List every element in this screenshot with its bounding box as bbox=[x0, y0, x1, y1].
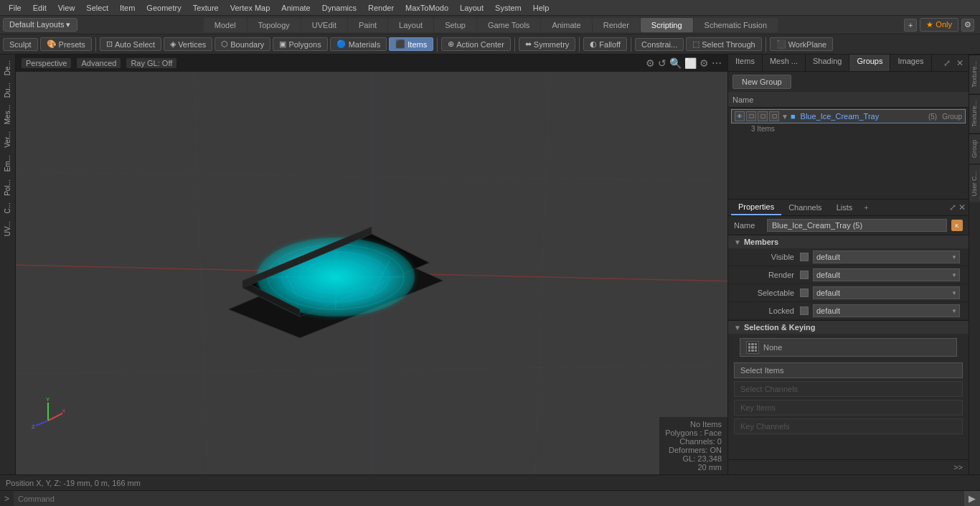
scene[interactable]: X Y Z No Items Polygons : Face Channels:… bbox=[16, 72, 727, 474]
tab-game-tools[interactable]: Game Tools bbox=[477, 18, 541, 32]
menu-file[interactable]: File bbox=[3, 2, 27, 14]
polygons-button[interactable]: ▣ Polygons bbox=[273, 37, 327, 51]
sidebar-item-polygon[interactable]: Pol... bbox=[2, 177, 13, 199]
name-field-input[interactable] bbox=[767, 219, 947, 232]
viewport-icon-2[interactable]: ↺ bbox=[658, 57, 666, 69]
sidebar-item-duplicate[interactable]: Du... bbox=[2, 80, 13, 100]
props-tab-lists[interactable]: Lists bbox=[829, 200, 860, 215]
selectable-check[interactable] bbox=[800, 289, 809, 297]
symmetry-button[interactable]: ⬌ Symmetry bbox=[519, 37, 576, 51]
group-settings-icon[interactable]: ☐ bbox=[769, 111, 779, 121]
visible-check[interactable] bbox=[800, 253, 809, 261]
viewport[interactable]: Perspective Advanced Ray GL: Off ⚙ ↺ 🔍 ⬜… bbox=[16, 55, 727, 474]
edge-tab-texture-2[interactable]: Texture... bbox=[969, 94, 980, 133]
locked-check[interactable] bbox=[800, 306, 809, 315]
menu-layout[interactable]: Layout bbox=[454, 2, 489, 14]
sculpt-button[interactable]: Sculpt bbox=[3, 38, 38, 51]
panel-tab-shading[interactable]: Shading bbox=[806, 55, 849, 71]
props-tab-properties[interactable]: Properties bbox=[731, 200, 781, 215]
menu-maxtomodo[interactable]: MaxToModo bbox=[400, 2, 454, 14]
edge-tab-group[interactable]: Group bbox=[969, 133, 980, 164]
menu-dynamics[interactable]: Dynamics bbox=[316, 2, 362, 14]
sidebar-item-mesh[interactable]: Mes... bbox=[2, 102, 13, 127]
group-collapse-icon[interactable]: ▼ bbox=[781, 113, 788, 121]
props-tab-channels[interactable]: Channels bbox=[781, 200, 829, 215]
auto-select-button[interactable]: ⊡ Auto Select bbox=[100, 37, 161, 51]
constraint-button[interactable]: Constrai... bbox=[635, 38, 684, 51]
select-items-button[interactable]: Select Items bbox=[734, 362, 963, 378]
tab-uvedit[interactable]: UVEdit bbox=[301, 18, 347, 32]
panel-expand-icon[interactable]: ⤢ bbox=[941, 58, 953, 68]
menu-texture[interactable]: Texture bbox=[187, 2, 225, 14]
falloff-button[interactable]: ◐ Falloff bbox=[583, 37, 627, 51]
star-only-button[interactable]: ★ Only bbox=[920, 18, 958, 32]
edge-tab-user-c[interactable]: User C... bbox=[969, 164, 980, 202]
panel-tab-items[interactable]: Items bbox=[728, 55, 763, 71]
select-channels-button[interactable]: Select Channels bbox=[734, 381, 963, 397]
tab-model[interactable]: Model bbox=[204, 18, 247, 32]
menu-view[interactable]: View bbox=[52, 2, 81, 14]
name-key-icon[interactable]: K bbox=[951, 220, 963, 231]
menu-vertex-map[interactable]: Vertex Map bbox=[225, 2, 276, 14]
menu-select[interactable]: Select bbox=[80, 2, 114, 14]
layout-dropdown[interactable]: Default Layouts ▾ bbox=[3, 18, 77, 32]
visible-select[interactable]: default bbox=[813, 250, 960, 263]
panel-tab-mesh[interactable]: Mesh ... bbox=[763, 55, 806, 71]
panel-expand-arrow[interactable]: >> bbox=[949, 462, 967, 473]
key-items-button[interactable]: Key Items bbox=[734, 400, 963, 416]
group-item[interactable]: 👁 ☐ ☐ ☐ ▼ ■ Blue_Ice_Cream_Tray (5) Grou… bbox=[731, 109, 966, 123]
boundary-button[interactable]: ⬡ Boundary bbox=[215, 37, 270, 51]
selection-keying-header[interactable]: ▼ Selection & Keying bbox=[728, 320, 969, 334]
locked-select[interactable]: default bbox=[813, 304, 960, 317]
viewport-icon-6[interactable]: ⋯ bbox=[712, 57, 722, 69]
viewport-render-label[interactable]: Ray GL: Off bbox=[126, 58, 176, 68]
add-layout-button[interactable]: + bbox=[904, 19, 917, 32]
command-go-button[interactable]: ▶ bbox=[964, 491, 980, 506]
render-check[interactable] bbox=[800, 271, 809, 279]
command-input[interactable] bbox=[14, 491, 964, 506]
materials-button[interactable]: 🔵 Materials bbox=[330, 37, 387, 51]
props-close-icon[interactable]: ✕ bbox=[958, 202, 966, 212]
members-section-header[interactable]: ▼ Members bbox=[728, 235, 969, 248]
sidebar-item-uv[interactable]: UV... bbox=[2, 218, 13, 239]
menu-help[interactable]: Help bbox=[527, 2, 555, 14]
group-render-icon[interactable]: ☐ bbox=[746, 111, 756, 121]
workplane-button[interactable]: ⬛ WorkPlane bbox=[770, 37, 834, 51]
menu-edit[interactable]: Edit bbox=[27, 2, 52, 14]
menu-system[interactable]: System bbox=[489, 2, 527, 14]
sidebar-item-c[interactable]: C... bbox=[2, 200, 13, 217]
items-button[interactable]: ⬛ Items bbox=[389, 37, 433, 51]
presets-button[interactable]: 🎨 Presets bbox=[40, 37, 92, 51]
props-expand-icon[interactable]: ⤢ bbox=[949, 202, 956, 212]
tab-animate[interactable]: Animate bbox=[541, 18, 591, 32]
viewport-icon-5[interactable]: ⚙ bbox=[699, 57, 709, 69]
select-through-button[interactable]: ⬚ Select Through bbox=[686, 37, 761, 51]
menu-render[interactable]: Render bbox=[362, 2, 400, 14]
panel-tab-images[interactable]: Images bbox=[890, 55, 931, 71]
group-eye-icon[interactable]: 👁 bbox=[735, 111, 745, 121]
action-center-button[interactable]: ⊕ Action Center bbox=[441, 37, 511, 51]
edge-tab-texture-1[interactable]: Texture... bbox=[969, 55, 980, 93]
viewport-shading-label[interactable]: Advanced bbox=[77, 58, 121, 68]
tab-render[interactable]: Render bbox=[593, 18, 640, 32]
viewport-icon-1[interactable]: ⚙ bbox=[646, 57, 655, 69]
key-channels-button[interactable]: Key Channels bbox=[734, 418, 963, 434]
panel-tab-groups[interactable]: Groups bbox=[849, 55, 890, 71]
tab-paint[interactable]: Paint bbox=[348, 18, 387, 32]
none-button[interactable]: None bbox=[740, 338, 957, 357]
props-tab-add[interactable]: + bbox=[859, 203, 872, 212]
settings-button[interactable]: ⚙ bbox=[961, 19, 974, 32]
tab-topology[interactable]: Topology bbox=[248, 18, 301, 32]
tab-scripting[interactable]: Scripting bbox=[641, 18, 693, 32]
tab-schematic-fusion[interactable]: Schematic Fusion bbox=[694, 18, 778, 32]
sidebar-item-vertex[interactable]: Ver... bbox=[2, 128, 13, 151]
group-lock-icon[interactable]: ☐ bbox=[758, 111, 768, 121]
viewport-icon-4[interactable]: ⬜ bbox=[684, 57, 697, 69]
panel-close-icon[interactable]: ✕ bbox=[954, 58, 966, 68]
vertices-button[interactable]: ◈ Vertices bbox=[164, 37, 212, 51]
new-group-button[interactable]: New Group bbox=[732, 75, 791, 89]
sidebar-item-deformers[interactable]: De... bbox=[2, 57, 13, 78]
tab-layout[interactable]: Layout bbox=[388, 18, 433, 32]
selectable-select[interactable]: default bbox=[813, 286, 960, 299]
sidebar-item-emitter[interactable]: Em... bbox=[2, 152, 13, 174]
